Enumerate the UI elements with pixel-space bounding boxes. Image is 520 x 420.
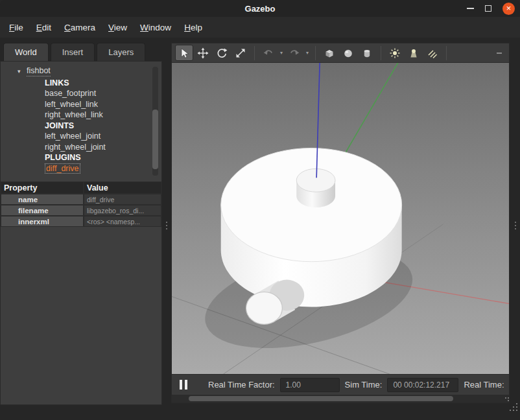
tree-section-links[interactable]: LINKS [45,78,161,89]
tree-item-right-wheel-joint[interactable]: right_wheel_joint [45,142,161,153]
rotate-icon [216,47,228,59]
scene-3d[interactable] [172,63,509,374]
tree-item-base-footprint[interactable]: base_footprint [45,88,161,99]
property-row-innerxml[interactable]: innerxml <ros> <namesp... [1,216,161,227]
close-button[interactable]: × [502,3,515,15]
tab-layers[interactable]: Layers [97,43,145,61]
tab-world[interactable]: World [3,43,49,61]
undo-icon [263,47,274,59]
select-arrow-icon [178,47,190,59]
menu-file[interactable]: File [3,19,30,36]
menu-help[interactable]: Help [178,19,209,36]
maximize-button[interactable] [485,5,491,12]
tree-section-plugins[interactable]: PLUGINS [45,152,161,163]
pause-button[interactable] [178,379,189,391]
insert-sphere-button[interactable] [339,45,357,61]
point-light-icon [389,47,401,59]
header-property: Property [1,181,84,194]
pause-icon [180,380,182,390]
window-resize-grip[interactable] [510,410,511,411]
scene-canvas [172,63,509,374]
scroll-corner-grip-icon [505,397,506,399]
redo-button[interactable] [285,45,303,61]
toolbar-separator [254,46,255,60]
point-light-button[interactable] [386,45,404,61]
tree-node-fishbot[interactable]: ▾ fishbot [18,65,161,77]
title-bar: Gazebo × [0,0,520,17]
toolbar-separator [446,46,447,60]
spot-light-icon [408,47,420,59]
sim-time-label: Sim Time: [345,380,383,390]
real-time-label: Real Time: [464,380,504,390]
tree-section-joints[interactable]: JOINTS [45,121,161,132]
tree-item-diff-drive[interactable]: diff_drive [45,163,161,174]
window-title: Gazebo [245,4,276,14]
insert-box-button[interactable] [320,45,338,61]
robot-model [221,148,402,307]
tree-scrollbar-thumb[interactable] [152,110,158,169]
select-tool-button[interactable] [175,45,193,61]
model-tree: ▾ fishbot LINKS base_footprint left_whee… [1,62,161,180]
tab-insert[interactable]: Insert [51,43,95,61]
sphere-icon [342,47,354,59]
undo-button[interactable] [259,45,278,61]
tree-item-left-wheel-joint[interactable]: left_wheel_joint [45,131,161,142]
window-controls: × [467,0,515,17]
undo-history-dropdown[interactable]: ▾ [278,50,285,56]
property-table: Property Value name diff_drive filename … [1,181,161,227]
spot-light-button[interactable] [405,45,423,61]
pause-icon [185,380,187,390]
toolbar-overflow-icon[interactable] [497,52,502,54]
tree-item-left-wheel-link[interactable]: left_wheel_link [45,99,161,110]
tree-item-right-wheel-link[interactable]: right_wheel_link [45,110,161,121]
redo-icon [289,47,300,59]
menu-window[interactable]: Window [134,19,178,36]
menu-bar: File Edit Camera View Window Help [0,17,520,38]
robot-lidar-top [296,169,335,192]
toolbar-separator [381,46,381,60]
cylinder-icon [361,47,373,59]
menu-view[interactable]: View [102,19,134,36]
minimize-icon [467,8,474,9]
scale-tool-button[interactable] [231,45,250,61]
real-time-factor-value: 1.00 [280,378,340,392]
simulation-status-bar: Real Time Factor: 1.00 Sim Time: 00 00:0… [172,374,509,395]
redo-history-dropdown[interactable]: ▾ [304,50,311,56]
menu-camera[interactable]: Camera [58,19,102,36]
splitter-grip-icon [515,222,516,223]
translate-icon [197,47,209,59]
scale-icon [235,47,246,59]
panel-splitter[interactable] [162,43,171,403]
left-panel: World Insert Layers ▾ fishbot LINKS base… [0,38,162,405]
toolbar-separator [315,46,316,60]
minimize-button[interactable] [467,8,474,9]
property-row-name[interactable]: name diff_drive [1,194,161,205]
expander-icon[interactable]: ▾ [18,68,21,75]
viewport-toolbar: ▾ ▾ [172,43,509,63]
world-panel: ▾ fishbot LINKS base_footprint left_whee… [0,61,162,405]
rotate-tool-button[interactable] [213,45,231,61]
directional-light-icon [427,47,438,59]
real-time-factor-label: Real Time Factor: [208,380,275,390]
sim-time-value: 00 00:02:12.217 [387,378,458,392]
panel-tab-bar: World Insert Layers [0,38,162,61]
box-icon [324,47,335,59]
menu-edit[interactable]: Edit [30,19,58,36]
property-row-filename[interactable]: filename libgazebo_ros_di... [1,205,161,216]
translate-tool-button[interactable] [194,45,212,61]
header-value: Value [84,181,161,194]
tree-scrollbar-track[interactable] [152,67,158,176]
right-edge-splitter[interactable] [511,43,520,403]
directional-light-button[interactable] [423,45,442,61]
horizontal-scrollbar-track[interactable] [172,395,509,402]
render-viewport: ▾ ▾ [171,43,510,403]
maximize-icon [485,5,491,12]
insert-cylinder-button[interactable] [358,45,376,61]
splitter-grip-icon [166,222,167,223]
horizontal-scrollbar-thumb[interactable] [189,396,453,401]
property-table-header: Property Value [1,181,161,194]
